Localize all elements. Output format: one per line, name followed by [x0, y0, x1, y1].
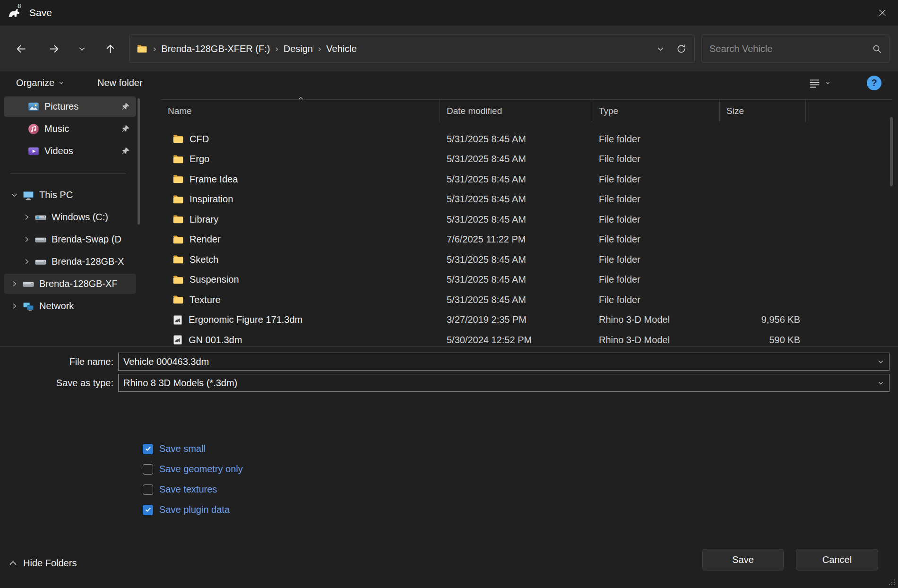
- file-row-render[interactable]: Render7/6/2025 11:22 PMFile folder: [161, 230, 892, 250]
- sidebar-item-music[interactable]: Music: [4, 119, 136, 139]
- folder-icon: [172, 153, 184, 165]
- save-option-save-plugin-data[interactable]: Save plugin data: [143, 503, 243, 516]
- file-name-label: File name:: [0, 353, 113, 371]
- title-bar: 8 Save: [0, 0, 898, 26]
- checkbox-unchecked[interactable]: [143, 484, 153, 495]
- pin-icon: [121, 102, 130, 111]
- sidebar-item-videos[interactable]: Videos: [4, 141, 136, 161]
- resize-grip[interactable]: [888, 579, 896, 586]
- file-type: File folder: [592, 134, 720, 145]
- file-row-ergo[interactable]: Ergo5/31/2025 8:45 AMFile folder: [161, 149, 892, 170]
- file-row-suspension[interactable]: Suspension5/31/2025 8:45 AMFile folder: [161, 270, 892, 290]
- close-button[interactable]: [867, 0, 898, 26]
- up-button[interactable]: [99, 38, 121, 60]
- sidebar-item-brenda-128gb-x[interactable]: Brenda-128GB-X: [4, 251, 136, 272]
- save-button[interactable]: Save: [702, 549, 784, 571]
- file-name: Sketch: [190, 254, 218, 265]
- file-row-ergonomic-figure-171-3dm[interactable]: Ergonomic Figure 171.3dm3/27/2019 2:35 P…: [161, 310, 892, 330]
- new-folder-button[interactable]: New folder: [93, 73, 147, 93]
- search-icon: [872, 43, 882, 54]
- organize-button[interactable]: Organize: [11, 73, 69, 93]
- file-name-cell: Suspension: [161, 274, 440, 286]
- save-option-save-small[interactable]: Save small: [143, 442, 243, 455]
- cancel-button[interactable]: Cancel: [796, 549, 878, 571]
- sidebar-scrollbar-thumb[interactable]: [138, 98, 140, 225]
- file-type: File folder: [592, 294, 720, 305]
- file-name: CFD: [190, 134, 209, 145]
- sidebar-item-label: Windows (C:): [52, 212, 108, 223]
- column-header-date-modified[interactable]: Date modified: [440, 100, 592, 122]
- address-dropdown-button[interactable]: [650, 38, 671, 60]
- folder-icon: [172, 173, 184, 185]
- refresh-icon: [676, 43, 687, 54]
- file-list-scrollbar-thumb[interactable]: [890, 117, 893, 186]
- sidebar-item-brenda-128gb-xf[interactable]: Brenda-128GB-XF: [4, 274, 136, 294]
- file-type: Rhino 3-D Model: [592, 314, 720, 325]
- search-input[interactable]: [709, 43, 872, 54]
- file-name-input[interactable]: [119, 356, 872, 367]
- file-row-texture[interactable]: Texture5/31/2025 8:45 AMFile folder: [161, 290, 892, 310]
- address-bar[interactable]: ›Brenda-128GB-XFER (F:)›Design›Vehicle: [129, 35, 695, 63]
- checkbox-checked[interactable]: [143, 505, 153, 515]
- sidebar-item-brenda-swap-d[interactable]: Brenda-Swap (D: [4, 229, 136, 250]
- save-option-save-textures[interactable]: Save textures: [143, 483, 243, 496]
- save-option-save-geometry-only[interactable]: Save geometry only: [143, 463, 243, 476]
- refresh-button[interactable]: [671, 38, 691, 60]
- breadcrumb-separator-icon: ›: [149, 43, 160, 54]
- file-date-modified: 7/6/2025 11:22 PM: [440, 234, 592, 245]
- sidebar-item-windows-c[interactable]: Windows (C:): [4, 207, 136, 227]
- column-header-type[interactable]: Type: [592, 100, 720, 122]
- file-date-modified: 5/31/2025 8:45 AM: [440, 274, 592, 285]
- computer-icon: [22, 189, 35, 201]
- save-as-type-dropdown-button[interactable]: [872, 374, 889, 391]
- file-date-modified: 5/31/2025 8:45 AM: [440, 294, 592, 305]
- file-name: Frame Idea: [190, 174, 238, 185]
- file-date-modified: 5/31/2025 8:45 AM: [440, 194, 592, 205]
- up-arrow-icon: [104, 43, 116, 55]
- file-row-frame-idea[interactable]: Frame Idea5/31/2025 8:45 AMFile folder: [161, 169, 892, 190]
- back-button[interactable]: [10, 38, 32, 60]
- save-option-label: Save small: [159, 443, 206, 454]
- file-name: Library: [190, 214, 218, 225]
- help-button[interactable]: ?: [867, 76, 881, 90]
- file-row-sketch[interactable]: Sketch5/31/2025 8:45 AMFile folder: [161, 250, 892, 270]
- file-row-library[interactable]: Library5/31/2025 8:45 AMFile folder: [161, 209, 892, 230]
- file-type: File folder: [592, 154, 720, 164]
- checkbox-unchecked[interactable]: [143, 464, 153, 475]
- sidebar-item-label: Videos: [44, 146, 73, 156]
- sidebar-item-this-pc[interactable]: This PC: [4, 185, 136, 205]
- file-date-modified: 5/31/2025 8:45 AM: [440, 214, 592, 225]
- file-row-cfd[interactable]: CFD5/31/2025 8:45 AMFile folder: [161, 129, 892, 149]
- breadcrumb-segment-design[interactable]: Design: [283, 43, 314, 54]
- file-name-dropdown-button[interactable]: [872, 353, 889, 370]
- chevron-right-icon: [23, 213, 31, 221]
- breadcrumb-segment-vehicle[interactable]: Vehicle: [325, 43, 358, 54]
- navigation-toolbar: ›Brenda-128GB-XFER (F:)›Design›Vehicle: [0, 26, 898, 71]
- hide-folders-label: Hide Folders: [23, 558, 77, 569]
- save-as-type-combobox[interactable]: Rhino 8 3D Models (*.3dm): [118, 374, 889, 392]
- hide-folders-button[interactable]: Hide Folders: [8, 553, 77, 573]
- chevron-right-icon: [10, 280, 18, 288]
- sidebar-item-network[interactable]: Network: [4, 296, 136, 316]
- file-date-modified: 5/31/2025 8:45 AM: [440, 174, 592, 185]
- recent-locations-button[interactable]: [71, 38, 93, 60]
- file-name-combobox: [118, 353, 889, 371]
- folder-icon: [172, 193, 184, 206]
- file-type: File folder: [592, 234, 720, 245]
- save-dialog-window: { "window": { "title": "Save", "app_badg…: [0, 0, 898, 588]
- file-name-cell: Ergo: [161, 153, 440, 165]
- file-row-gn-001-3dm[interactable]: GN 001.3dm5/30/2024 12:52 PMRhino 3-D Mo…: [161, 330, 892, 346]
- forward-button[interactable]: [43, 38, 65, 60]
- checkbox-checked[interactable]: [143, 444, 153, 454]
- breadcrumb: ›Brenda-128GB-XFER (F:)›Design›Vehicle: [149, 43, 358, 54]
- file-type: Rhino 3-D Model: [592, 335, 720, 346]
- column-header-size[interactable]: Size: [720, 100, 806, 122]
- chevron-down-icon: [78, 44, 86, 53]
- chevron-down-icon: [877, 358, 885, 366]
- breadcrumb-segment-brenda-128gb-xfer-f[interactable]: Brenda-128GB-XFER (F:): [160, 43, 271, 54]
- file-row-inspiration[interactable]: Inspiration5/31/2025 8:45 AMFile folder: [161, 190, 892, 210]
- view-options-button[interactable]: [803, 73, 836, 93]
- chevron-down-icon: [825, 80, 831, 86]
- column-header-name[interactable]: Name: [161, 100, 440, 122]
- sidebar-item-pictures[interactable]: Pictures: [4, 96, 136, 117]
